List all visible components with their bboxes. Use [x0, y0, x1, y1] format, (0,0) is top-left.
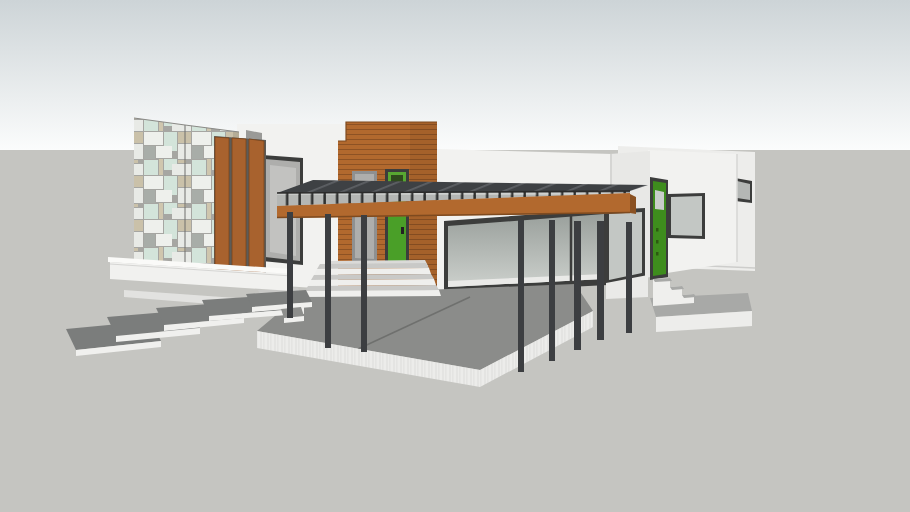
front-door-handle [401, 227, 404, 234]
small-window-glass [737, 181, 750, 200]
pergola-post [287, 212, 293, 318]
timber-slat [215, 137, 229, 271]
timber-slat [249, 139, 264, 274]
pergola-post [361, 215, 367, 352]
pergola-post [626, 222, 632, 333]
stone-wall-left-panel [134, 118, 185, 266]
service-door-hinge [656, 240, 659, 244]
entry-step-riser [314, 268, 431, 275]
model-viewport[interactable] [0, 0, 910, 512]
entry-step-tread [317, 263, 429, 269]
timber-slat [232, 138, 246, 272]
pergola-post [325, 214, 331, 348]
service-door-window [655, 190, 664, 210]
pergola-post [574, 221, 581, 350]
entry-step-riser [302, 290, 441, 297]
service-door-hinge [656, 252, 659, 256]
pergola-fascia-return [630, 194, 636, 214]
corner-window-glass [609, 212, 642, 280]
service-door-hinge [656, 228, 659, 232]
pergola-post [597, 221, 604, 340]
pergola-post [549, 220, 555, 361]
side-window-glass [671, 196, 702, 236]
pergola-post [518, 220, 524, 372]
